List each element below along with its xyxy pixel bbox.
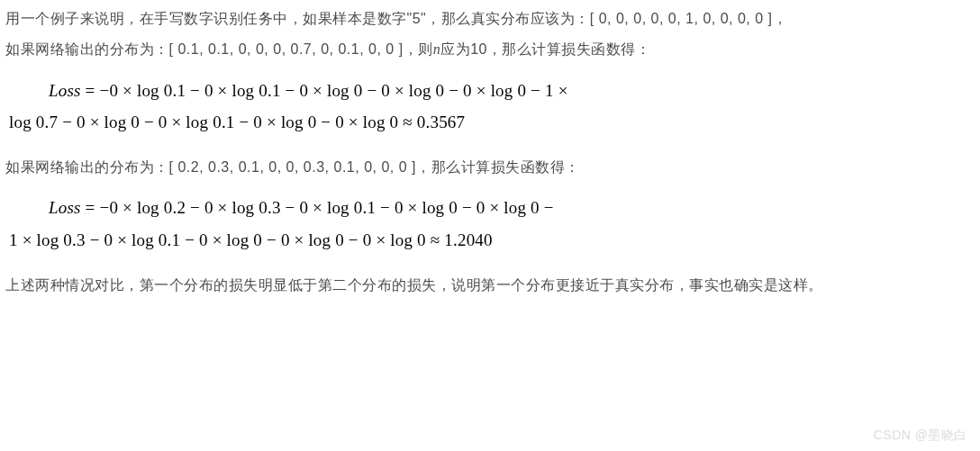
formula-2: Loss = −0 × log 0.2 − 0 × log 0.3 − 0 × …	[7, 192, 969, 255]
formula-1-line1: = −0 × log 0.1 − 0 × log 0.1 − 0 × log 0…	[81, 81, 568, 100]
formula-2-label: Loss	[49, 198, 81, 217]
paragraph-conclusion: 上述两种情况对比，第一个分布的损失明显低于第二个分布的损失，说明第一个分布更接近…	[5, 272, 969, 299]
formula-2-line2: 1 × log 0.3 − 0 × log 0.1 − 0 × log 0 − …	[9, 224, 969, 256]
formula-2-line1: = −0 × log 0.2 − 0 × log 0.3 − 0 × log 0…	[81, 198, 554, 217]
formula-1: Loss = −0 × log 0.1 − 0 × log 0.1 − 0 × …	[7, 75, 969, 138]
italic-n: n	[433, 41, 441, 57]
watermark: CSDN @墨晓白	[874, 423, 967, 447]
paragraph-dist1: 如果网络输出的分布为：[ 0.1, 0.1, 0, 0, 0, 0.7, 0, …	[5, 36, 969, 63]
formula-1-label: Loss	[49, 81, 81, 100]
paragraph-dist2: 如果网络输出的分布为：[ 0.2, 0.3, 0.1, 0, 0, 0.3, 0…	[5, 154, 969, 181]
paragraph-intro: 用一个例子来说明，在手写数字识别任务中，如果样本是数字"5"，那么真实分布应该为…	[5, 5, 969, 32]
paragraph-dist1-a: 如果网络输出的分布为：[ 0.1, 0.1, 0, 0, 0, 0.7, 0, …	[5, 41, 433, 57]
paragraph-dist1-b: 应为10，那么计算损失函数得：	[440, 41, 650, 57]
formula-1-line2: log 0.7 − 0 × log 0 − 0 × log 0.1 − 0 × …	[9, 106, 969, 138]
